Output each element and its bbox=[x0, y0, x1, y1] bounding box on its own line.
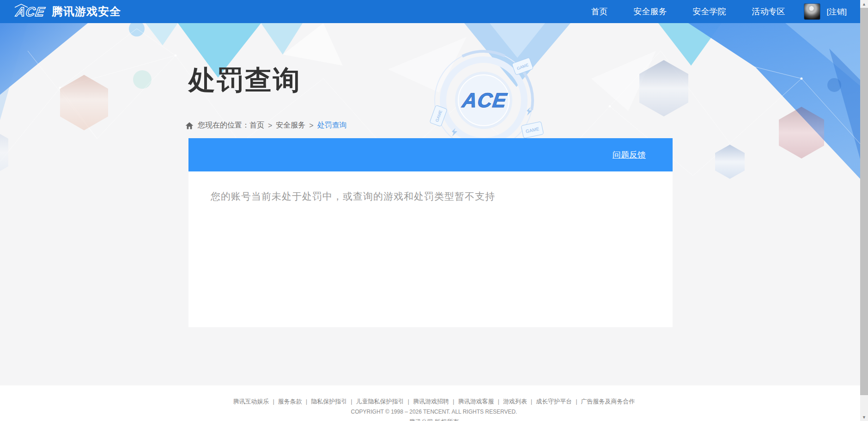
game-chip-icon: GAME bbox=[430, 105, 447, 126]
nav-item-security-academy[interactable]: 安全学院 bbox=[693, 6, 726, 17]
footer: 腾讯互动娱乐|服务条款|隐私保护指引|儿童隐私保护指引|腾讯游戏招聘|腾讯游戏客… bbox=[0, 385, 868, 421]
breadcrumb-current[interactable]: 处罚查询 bbox=[317, 121, 347, 130]
footer-separator: | bbox=[306, 398, 307, 405]
user-avatar[interactable] bbox=[804, 3, 820, 20]
nav-item-security-service[interactable]: 安全服务 bbox=[634, 6, 667, 17]
nav-item-home[interactable]: 首页 bbox=[591, 6, 608, 17]
footer-links: 腾讯互动娱乐|服务条款|隐私保护指引|儿童隐私保护指引|腾讯游戏招聘|腾讯游戏客… bbox=[0, 397, 868, 406]
footer-copyright: COPYRIGHT © 1998 – 2026 TENCENT. ALL RIG… bbox=[0, 409, 868, 415]
hex-character-portrait-girl bbox=[715, 145, 745, 179]
panel-body: 您的账号当前未处于处罚中，或查询的游戏和处罚类型暂不支持 bbox=[188, 171, 673, 327]
nav-menu: 首页 安全服务 安全学院 活动专区 [注销] bbox=[565, 3, 847, 20]
logout-link[interactable]: [注销] bbox=[827, 6, 847, 17]
hex-character-portrait-left bbox=[60, 75, 108, 130]
breadcrumb-separator: > bbox=[309, 122, 313, 130]
page: ACE 腾讯游戏安全 首页 安全服务 安全学院 活动专区 [注销] bbox=[0, 0, 868, 421]
nav-item-activity-zone[interactable]: 活动专区 bbox=[752, 6, 785, 17]
footer-link-terms[interactable]: 服务条款 bbox=[278, 398, 302, 405]
brand-logo[interactable]: ACE 腾讯游戏安全 bbox=[12, 3, 121, 20]
panel-header: 问题反馈 bbox=[188, 138, 673, 171]
footer-link-support[interactable]: 腾讯游戏客服 bbox=[458, 398, 494, 405]
breadcrumb-separator: > bbox=[268, 122, 272, 130]
footer-link-game-list[interactable]: 游戏列表 bbox=[503, 398, 527, 405]
ace-badge-text: ACE bbox=[461, 89, 509, 111]
scroll-down-arrow[interactable]: ▼ bbox=[860, 413, 868, 421]
footer-separator: | bbox=[408, 398, 409, 405]
ace-logo-text: ACE bbox=[14, 4, 46, 19]
footer-link-privacy[interactable]: 隐私保护指引 bbox=[311, 398, 347, 405]
footer-link-jobs[interactable]: 腾讯游戏招聘 bbox=[413, 398, 449, 405]
feedback-link[interactable]: 问题反馈 bbox=[613, 149, 646, 160]
footer-link-guardian[interactable]: 成长守护平台 bbox=[536, 398, 572, 405]
footer-company: 腾讯公司 版权所有 bbox=[0, 418, 868, 421]
ace-logo-icon: ACE bbox=[12, 3, 47, 20]
footer-separator: | bbox=[453, 398, 454, 405]
result-message: 您的账号当前未处于处罚中，或查询的游戏和处罚类型暂不支持 bbox=[211, 190, 650, 203]
page-title: 处罚查询 bbox=[188, 62, 301, 98]
footer-separator: | bbox=[576, 398, 577, 405]
brand-title: 腾讯游戏安全 bbox=[52, 4, 121, 19]
footer-link-ient[interactable]: 腾讯互动娱乐 bbox=[233, 398, 269, 405]
footer-separator: | bbox=[531, 398, 532, 405]
footer-link-child-privacy[interactable]: 儿童隐私保护指引 bbox=[356, 398, 404, 405]
scroll-thumb[interactable] bbox=[860, 8, 868, 395]
query-panel: 问题反馈 您的账号当前未处于处罚中，或查询的游戏和处罚类型暂不支持 bbox=[188, 138, 673, 327]
hex-character-portrait-edge bbox=[0, 125, 8, 180]
scrollbar[interactable]: ▲ ▼ bbox=[860, 0, 868, 421]
footer-separator: | bbox=[351, 398, 352, 405]
top-nav: ACE 腾讯游戏安全 首页 安全服务 安全学院 活动专区 [注销] bbox=[0, 0, 868, 23]
footer-separator: | bbox=[498, 398, 499, 405]
home-icon bbox=[185, 121, 194, 130]
breadcrumb: 您现在的位置： 首页 > 安全服务 > 处罚查询 bbox=[185, 121, 347, 130]
breadcrumb-prefix: 您现在的位置： bbox=[198, 121, 249, 130]
game-chip-icon: GAME bbox=[521, 122, 544, 139]
footer-separator: | bbox=[273, 398, 274, 405]
scroll-up-arrow[interactable]: ▲ bbox=[860, 0, 868, 8]
breadcrumb-home[interactable]: 首页 bbox=[249, 121, 264, 130]
breadcrumb-security-service[interactable]: 安全服务 bbox=[276, 121, 305, 130]
footer-link-ads[interactable]: 广告服务及商务合作 bbox=[581, 398, 635, 405]
